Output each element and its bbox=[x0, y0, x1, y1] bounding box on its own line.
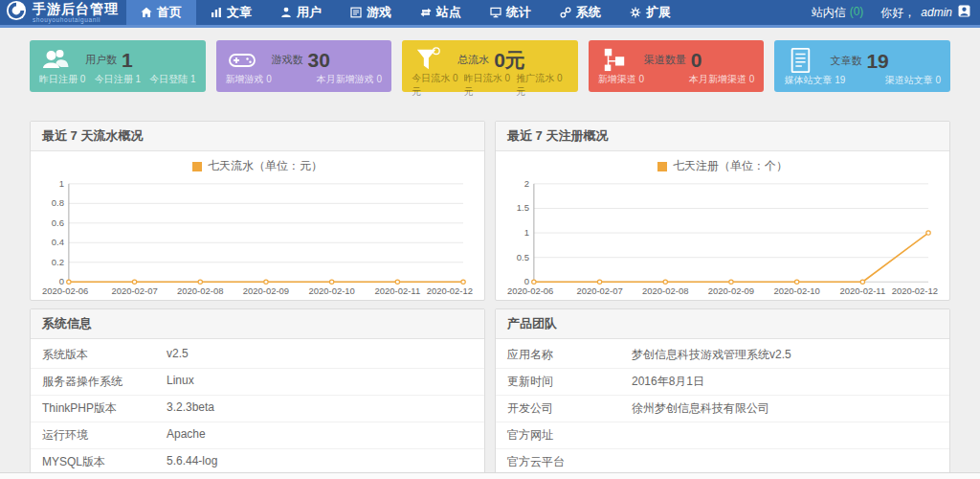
info-row: 系统信息 系统版本 v2.5 服务器操作系统 Linux ThinkPHP版本 … bbox=[30, 308, 950, 479]
info-value bbox=[632, 427, 938, 444]
link-icon bbox=[560, 7, 571, 18]
stat-card-revenue: 总流水 0元 今日流水 0元 昨日流水 0元 推广流水 0元 bbox=[402, 40, 578, 92]
panel-title: 系统信息 bbox=[31, 309, 484, 339]
chart-legend[interactable]: 七天注册（单位：个） bbox=[507, 158, 938, 174]
info-label: 官方云平台 bbox=[507, 454, 632, 470]
nav-item-label: 用户 bbox=[297, 4, 322, 21]
footer-stat: 本月新增游戏 0 bbox=[317, 73, 382, 86]
stat-card-label: 用户数 bbox=[85, 53, 117, 67]
navbar: 手游后台管理 shouyouhoutaiguanli 首页 文章 用户 游戏 站… bbox=[0, 0, 980, 28]
info-row-update-time: 更新时间 2016年8月1日 bbox=[496, 368, 949, 395]
stat-card-label: 总流水 bbox=[457, 53, 489, 67]
legend-swatch bbox=[657, 162, 667, 171]
info-value: 梦创信息科技游戏管理系统v2.5 bbox=[632, 347, 938, 363]
nav-item-article[interactable]: 文章 bbox=[196, 0, 266, 25]
info-value: 5.6.44-log bbox=[167, 454, 473, 470]
nav-item-game[interactable]: 游戏 bbox=[336, 0, 406, 25]
panel-title: 最近 7 天注册概况 bbox=[496, 122, 949, 151]
product-team-panel: 产品团队 应用名称 梦创信息科技游戏管理系统v2.5 更新时间 2016年8月1… bbox=[495, 308, 950, 479]
stat-card-footer: 媒体站文章 19 渠道站文章 0 bbox=[784, 74, 941, 87]
nav-item-user[interactable]: 用户 bbox=[266, 0, 336, 25]
info-value bbox=[632, 454, 938, 470]
svg-text:2020-02-08: 2020-02-08 bbox=[642, 285, 688, 296]
footer-stat: 本月新增渠道 0 bbox=[689, 73, 754, 86]
nav-menu: 首页 文章 用户 游戏 站点 统计 系统 扩展 bbox=[126, 0, 685, 25]
svg-text:2020-02-12: 2020-02-12 bbox=[892, 285, 938, 296]
stat-card-games: 游戏数 30 新增游戏 0 本月新增游戏 0 bbox=[216, 40, 392, 92]
svg-text:0.2: 0.2 bbox=[52, 257, 64, 267]
svg-text:0.5: 0.5 bbox=[517, 252, 529, 262]
stat-card-label: 渠道数量 bbox=[644, 53, 686, 67]
stat-cards-row: 用户数 1 昨日注册 0 今日注册 1 今日登陆 1 游戏数 30 新增游戏 0… bbox=[30, 40, 950, 92]
app-logo[interactable]: 手游后台管理 shouyouhoutaiguanli bbox=[6, 0, 126, 25]
stat-card-footer: 今日流水 0元 昨日流水 0元 推广流水 0元 bbox=[412, 72, 568, 99]
stat-card-articles: 文章数 19 媒体站文章 19 渠道站文章 0 bbox=[774, 40, 950, 92]
nav-item-site[interactable]: 站点 bbox=[406, 0, 476, 25]
bar-chart-icon bbox=[211, 7, 222, 18]
info-label: 服务器操作系统 bbox=[42, 374, 167, 390]
nav-item-label: 系统 bbox=[576, 4, 601, 21]
nav-item-label: 扩展 bbox=[646, 4, 671, 21]
svg-text:2020-02-09: 2020-02-09 bbox=[708, 285, 754, 296]
info-label: 运行环境 bbox=[42, 427, 167, 444]
info-label: 系统版本 bbox=[42, 347, 167, 363]
charts-row: 最近 7 天流水概况 七天流水（单位：元） 00.20.40.60.812020… bbox=[30, 121, 950, 301]
legend-label: 七天注册（单位：个） bbox=[673, 158, 788, 174]
footer-stat: 推广流水 0元 bbox=[516, 72, 568, 99]
footer-stat: 昨日注册 0 bbox=[39, 73, 85, 86]
book-icon bbox=[350, 7, 362, 18]
svg-text:1: 1 bbox=[59, 178, 64, 189]
nav-item-label: 首页 bbox=[157, 4, 182, 21]
logo-icon bbox=[6, 0, 27, 25]
footer-stat: 今日流水 0元 bbox=[412, 72, 464, 99]
svg-text:2020-02-09: 2020-02-09 bbox=[243, 285, 289, 296]
nav-item-extend[interactable]: 扩展 bbox=[615, 0, 685, 25]
footer-stat: 媒体站文章 19 bbox=[784, 74, 845, 87]
revenue-chart-panel: 最近 7 天流水概况 七天流水（单位：元） 00.20.40.60.812020… bbox=[30, 121, 485, 301]
home-icon bbox=[141, 7, 152, 18]
svg-text:2020-02-10: 2020-02-10 bbox=[308, 285, 354, 296]
messages-link[interactable]: 站内信 (0) bbox=[812, 5, 864, 21]
stat-card-users: 用户数 1 昨日注册 0 今日注册 1 今日登陆 1 bbox=[30, 40, 206, 92]
info-label: MYSQL版本 bbox=[42, 454, 167, 470]
svg-text:1.5: 1.5 bbox=[517, 202, 529, 213]
stat-card-value: 19 bbox=[866, 51, 888, 71]
gamepad-icon bbox=[226, 47, 258, 72]
stat-card-channels: 渠道数量 0 新增渠道 0 本月新增渠道 0 bbox=[589, 40, 765, 92]
username: admin bbox=[921, 6, 952, 19]
document-icon bbox=[784, 47, 816, 74]
page-footer bbox=[0, 472, 980, 479]
svg-text:2: 2 bbox=[524, 178, 529, 189]
stat-card-label: 文章数 bbox=[830, 54, 861, 68]
nav-item-system[interactable]: 系统 bbox=[546, 0, 615, 25]
info-label: ThinkPHP版本 bbox=[42, 400, 167, 417]
svg-text:0.4: 0.4 bbox=[52, 237, 64, 247]
panel-title: 最近 7 天流水概况 bbox=[31, 122, 484, 151]
footer-stat: 昨日流水 0元 bbox=[464, 72, 517, 99]
info-row-thinkphp: ThinkPHP版本 3.2.3beta bbox=[31, 395, 484, 422]
nav-item-label: 文章 bbox=[227, 4, 252, 21]
gear-icon bbox=[630, 7, 641, 18]
exchange-icon bbox=[420, 7, 432, 18]
nav-item-stats[interactable]: 统计 bbox=[476, 0, 546, 25]
stat-card-footer: 新增渠道 0 本月新增渠道 0 bbox=[598, 73, 755, 86]
monitor-icon bbox=[490, 7, 501, 18]
user-menu[interactable]: 你好， admin bbox=[880, 5, 970, 21]
info-row-dev-company: 开发公司 徐州梦创信息科技有限公司 bbox=[496, 395, 949, 422]
revenue-chart: 00.20.40.60.812020-02-062020-02-072020-0… bbox=[42, 176, 473, 297]
svg-text:2020-02-07: 2020-02-07 bbox=[576, 285, 622, 296]
messages-label: 站内信 bbox=[812, 5, 846, 21]
stat-card-footer: 昨日注册 0 今日注册 1 今日登陆 1 bbox=[39, 73, 196, 86]
chart-legend[interactable]: 七天流水（单位：元） bbox=[42, 158, 473, 174]
legend-swatch bbox=[192, 162, 202, 171]
footer-stat: 新增渠道 0 bbox=[598, 73, 644, 86]
app-title: 手游后台管理 bbox=[33, 2, 119, 15]
user-icon bbox=[280, 7, 292, 18]
info-row-app-name: 应用名称 梦创信息科技游戏管理系统v2.5 bbox=[496, 342, 949, 368]
svg-text:0.8: 0.8 bbox=[52, 197, 64, 208]
footer-stat: 渠道站文章 0 bbox=[885, 74, 941, 87]
info-row-official-site: 官方网址 bbox=[496, 422, 949, 448]
nav-item-home[interactable]: 首页 bbox=[126, 0, 196, 25]
info-label: 开发公司 bbox=[507, 400, 632, 417]
svg-text:2020-02-07: 2020-02-07 bbox=[111, 285, 157, 296]
